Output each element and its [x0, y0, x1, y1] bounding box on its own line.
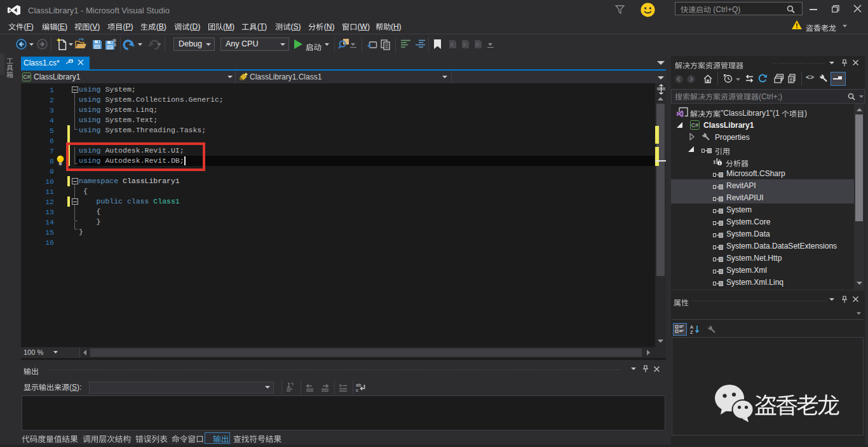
svg-text:C#: C#: [691, 122, 699, 128]
svg-text:C#: C#: [24, 74, 31, 80]
svg-text:Z: Z: [690, 329, 693, 335]
svg-text:c: c: [356, 387, 358, 393]
